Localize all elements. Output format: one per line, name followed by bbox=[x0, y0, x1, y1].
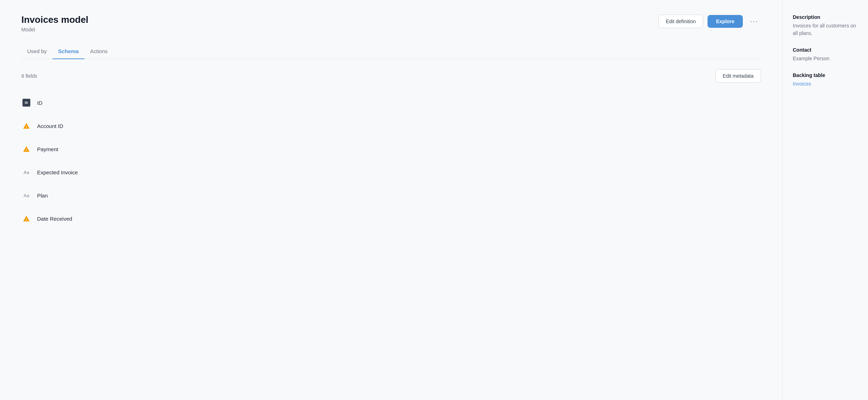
id-field-icon: ID bbox=[21, 98, 31, 108]
text-field-icon-expected-invoice: Aa bbox=[21, 167, 31, 177]
field-row-account-id: ! Account ID bbox=[21, 114, 761, 138]
text-field-icon-plan: Aa bbox=[21, 190, 31, 200]
field-name-date-received: Date Received bbox=[37, 216, 72, 222]
sidebar-backing-table-section: Backing table Invoices bbox=[793, 72, 858, 88]
contact-value: Example Person bbox=[793, 55, 858, 62]
explore-button[interactable]: Explore bbox=[708, 15, 743, 28]
field-row-plan: Aa Plan bbox=[21, 184, 761, 207]
edit-definition-button[interactable]: Edit definition bbox=[658, 15, 703, 28]
warning-field-icon-payment: ! bbox=[21, 144, 31, 154]
id-badge-icon: ID bbox=[22, 99, 30, 107]
header-left: Invoices model Model bbox=[21, 14, 88, 32]
sidebar-description-section: Description Invoices for all customers o… bbox=[793, 14, 858, 37]
tab-actions[interactable]: Actions bbox=[85, 44, 113, 59]
schema-header: 6 fields Edit metadata bbox=[21, 69, 761, 83]
tab-schema[interactable]: Schema bbox=[52, 44, 85, 59]
header-actions: Edit definition Explore ··· bbox=[658, 14, 761, 28]
field-row-date-received: ! Date Received bbox=[21, 207, 761, 230]
sidebar-contact-section: Contact Example Person bbox=[793, 47, 858, 62]
field-name-payment: Payment bbox=[37, 146, 58, 152]
field-row-payment: ! Payment bbox=[21, 138, 761, 161]
page-subtitle: Model bbox=[21, 27, 88, 32]
page-header: Invoices model Model Edit definition Exp… bbox=[21, 14, 761, 32]
backing-table-label: Backing table bbox=[793, 72, 858, 78]
main-content: Invoices model Model Edit definition Exp… bbox=[0, 0, 782, 400]
right-sidebar: Description Invoices for all customers o… bbox=[782, 0, 868, 400]
field-name-plan: Plan bbox=[37, 193, 48, 199]
tab-used-by[interactable]: Used by bbox=[21, 44, 52, 59]
field-name-id: ID bbox=[37, 100, 42, 106]
description-value: Invoices for all customers on all plans. bbox=[793, 22, 858, 37]
fields-count: 6 fields bbox=[21, 73, 37, 79]
description-label: Description bbox=[793, 14, 858, 20]
edit-metadata-button[interactable]: Edit metadata bbox=[715, 69, 761, 83]
field-name-account-id: Account ID bbox=[37, 123, 63, 129]
field-row-expected-invoice: Aa Expected Invoice bbox=[21, 161, 761, 184]
fields-list: ID ID ! Account ID ! Payment bbox=[21, 91, 761, 230]
warning-field-icon-date-received: ! bbox=[21, 214, 31, 224]
backing-table-link[interactable]: Invoices bbox=[793, 81, 811, 87]
warning-field-icon-account-id: ! bbox=[21, 121, 31, 131]
field-row-id: ID ID bbox=[21, 91, 761, 114]
svg-text:!: ! bbox=[26, 148, 27, 152]
more-options-button[interactable]: ··· bbox=[747, 14, 761, 28]
contact-label: Contact bbox=[793, 47, 858, 53]
svg-text:!: ! bbox=[26, 218, 27, 221]
svg-text:!: ! bbox=[26, 125, 27, 129]
page-title: Invoices model bbox=[21, 14, 88, 25]
tabs-container: Used by Schema Actions bbox=[21, 44, 761, 59]
field-name-expected-invoice: Expected Invoice bbox=[37, 169, 78, 175]
